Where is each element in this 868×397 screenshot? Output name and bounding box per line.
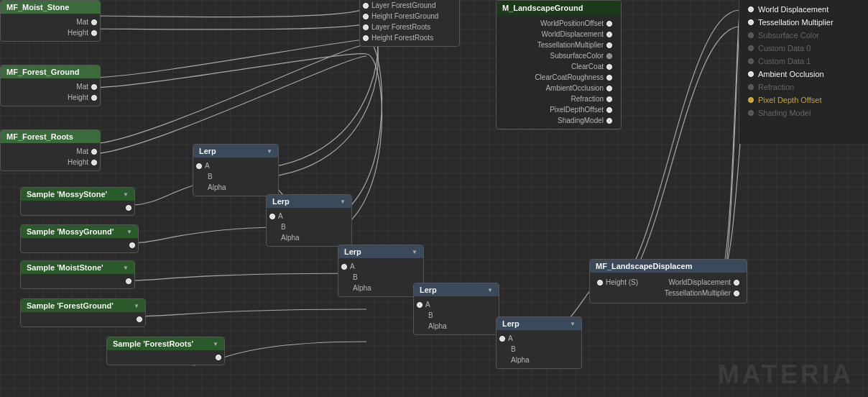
height-pin: Height [1,92,100,103]
side-item-refraction: Refraction [739,81,868,93]
sample-forest-roots-node: Sample 'ForestRoots'▼ [106,337,225,365]
watermark: MATERIA [718,360,854,390]
layer-pins-node: Layer ForestGround Height ForestGround L… [359,0,460,47]
side-panel: World Displacement Tessellation Multipli… [739,0,868,144]
side-item-subsurface: Subsurface Color [739,29,868,42]
mat-pin: Mat [1,17,100,27]
landscape-displace-header: MF_LandscapeDisplacem [590,260,747,273]
mf-forest-ground-header: MF_Forest_Ground [1,65,100,78]
side-item-world-displacement: World Displacement [739,3,868,16]
side-item-tessellation: Tessellation Multiplier [739,16,868,29]
sample-mossy-stone-node: Sample 'MossyStone'▼ [20,187,135,216]
mf-moist-stone-node: MF_Moist_Stone Mat Height [0,0,101,42]
mf-forest-roots-node: MF_Forest_Roots Mat Height [0,129,101,171]
lerp1-node: Lerp▼ A B Alpha [193,144,279,196]
landscape-displace-node: MF_LandscapeDisplacem Height (S) WorldDi… [589,259,747,304]
side-item-pixel-depth: Pixel Depth Offset [739,93,868,106]
height-dot [91,160,97,165]
sample-forest-ground-node: Sample 'ForestGround'▼ [20,298,146,327]
lerp5-node: Lerp▼ A B Alpha [496,316,582,369]
height-pin: Height [1,27,100,38]
mf-forest-roots-header: MF_Forest_Roots [1,130,100,143]
height-dot [91,95,97,101]
mat-dot [91,149,97,155]
material-output-panel: M_LandscapeGround WorldPositionOffset Wo… [496,0,622,129]
sample-moist-stone-node: Sample 'MoistStone'▼ [20,260,135,289]
side-item-shading-model: Shading Model [739,106,868,119]
material-output-title: M_LandscapeGround [497,1,621,15]
mat-pin: Mat [1,146,100,157]
mf-moist-stone-header: MF_Moist_Stone [1,1,100,14]
sample-mossy-ground-node: Sample 'MossyGround'▼ [20,224,139,253]
lerp4-node: Lerp▼ A B Alpha [413,283,499,335]
side-item-custom-data-1: Custom Data 1 [739,55,868,68]
side-item-custom-data-0: Custom Data 0 [739,42,868,55]
mf-forest-ground-node: MF_Forest_Ground Mat Height [0,65,101,106]
lerp2-node: Lerp▼ A B Alpha [266,194,352,247]
height-dot [91,30,97,36]
height-pin: Height [1,157,100,168]
mat-pin: Mat [1,81,100,92]
mat-dot [91,84,97,90]
lerp3-node: Lerp▼ A B Alpha [338,245,424,297]
side-item-ambient-occlusion: Ambient Occlusion [739,68,868,81]
mat-dot [91,19,97,25]
